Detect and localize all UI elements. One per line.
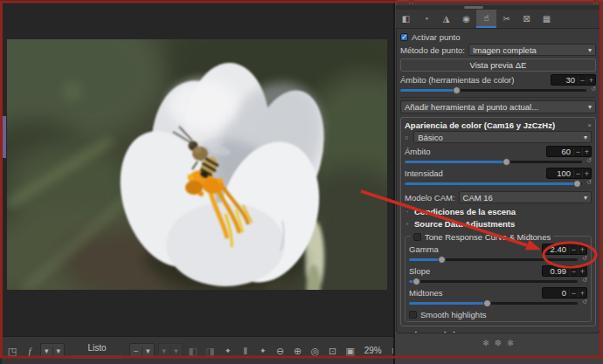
slope-slider[interactable]: ↺	[409, 278, 587, 285]
intensidad-spinbox[interactable]: 100 − +	[546, 168, 592, 179]
compare-left-button[interactable]: ◧	[186, 343, 200, 359]
spin-minus-button[interactable]: −	[578, 76, 586, 85]
modelo-dropdown[interactable]: CAM 16 ▾	[459, 191, 592, 203]
ambito-spinbox[interactable]: 60 − +	[546, 146, 592, 157]
zoom-level-label: 29%	[361, 346, 385, 355]
tone-curve-checkbox[interactable]	[413, 233, 421, 241]
tab-local-adjustments[interactable]: ☝	[476, 10, 496, 28]
reset-icon[interactable]: ↺	[586, 179, 592, 186]
spin-plus-button[interactable]: +	[586, 76, 595, 85]
ambito-color-value: 30	[551, 75, 578, 85]
profile-icon[interactable]: ▾	[41, 347, 52, 355]
softproof-arrow-icon[interactable]: ▾	[142, 347, 154, 355]
tab-transform[interactable]: ✂	[496, 10, 516, 28]
tab-color[interactable]: ◮	[436, 10, 456, 28]
smooth-highlights-checkbox[interactable]	[409, 311, 417, 319]
zoom-out-button[interactable]: ⊖	[274, 343, 288, 359]
editor-bottom-toolbar: ◳ f ▾ ▾ Listo – ▾ ▾ ▾ ◧ ◨ ✦ ‖ ✦ ⊖ ⊕ ◎ ⊡ …	[2, 336, 395, 364]
spin-plus-button[interactable]: +	[578, 245, 586, 254]
softproof-value[interactable]: –	[130, 347, 142, 355]
spin-minus-button[interactable]: −	[573, 169, 582, 178]
ambito-row: Ámbito 60 − +	[405, 146, 592, 157]
slope-row: Slope 0.99 − +	[409, 265, 587, 277]
app-window: ◳ f ▾ ▾ Listo – ▾ ▾ ▾ ◧ ◨ ✦ ‖ ✦ ⊖ ⊕ ◎ ⊡ …	[0, 0, 603, 364]
dropdown-arrow-icon: ▾	[584, 194, 587, 202]
vista-previa-button[interactable]: Vista previa ΔE	[400, 58, 596, 72]
ambito-color-spinbox[interactable]: 30 − +	[551, 74, 596, 86]
midtones-slider[interactable]: ↺	[409, 299, 587, 307]
mode-value: Básico	[418, 133, 443, 142]
image-canvas[interactable]	[2, 3, 393, 336]
slope-spinbox[interactable]: 0.99 − +	[542, 265, 587, 277]
snapshot-icon[interactable]: ▾	[159, 347, 170, 355]
tool-power-icon[interactable]: ○	[405, 134, 408, 141]
left-edge-marker	[2, 116, 6, 158]
next-image-button[interactable]: ✦	[256, 343, 270, 359]
slope-label: Slope	[409, 266, 430, 276]
ajustes-cam16-expander[interactable]: · Ajustes de imagen Cam16	[400, 329, 596, 333]
metodo-dropdown[interactable]: Imagen completa ▾	[468, 44, 596, 56]
midtones-spinbox[interactable]: 0 − +	[542, 287, 587, 299]
spin-minus-button[interactable]: −	[569, 267, 578, 276]
spin-minus-button[interactable]: −	[569, 289, 578, 298]
midtones-value: 0	[543, 288, 569, 298]
status-text: Listo	[88, 343, 107, 354]
profile-arrow-icon[interactable]: ▾	[52, 347, 65, 355]
spin-minus-button[interactable]: −	[569, 245, 578, 254]
ambito-slider[interactable]: ↺	[405, 158, 592, 166]
snapshot-arrow-icon[interactable]: ▾	[170, 347, 182, 355]
ambito-color-slider[interactable]: ↺	[400, 86, 596, 94]
slope-value: 0.99	[543, 266, 569, 276]
zoom-fit-button[interactable]: ⊡	[326, 343, 340, 359]
spin-minus-button[interactable]: −	[573, 148, 582, 156]
status-area: Listo	[72, 343, 122, 359]
anadir-herramienta-label: Añadir herramienta al punto actual...	[405, 102, 538, 112]
escena-expander[interactable]: · Condiciones de la escena	[405, 206, 592, 216]
tool-reset-icon[interactable]: ×	[587, 121, 592, 129]
zoom-in-button[interactable]: ⊕	[291, 343, 305, 359]
zoom-100-button[interactable]: ◎	[308, 343, 322, 359]
tab-metadata[interactable]: ▦	[537, 10, 557, 28]
pause-button[interactable]: ‖	[239, 343, 253, 359]
tone-curve-frame: Tone Response Curve & Midtones Gamma 2.4…	[405, 236, 592, 322]
gamma-row: Gamma 2.40 − +	[409, 244, 587, 255]
spin-plus-button[interactable]: +	[582, 148, 591, 156]
activar-punto-checkbox[interactable]: ✓	[400, 33, 408, 41]
modelo-label: Modelo CAM:	[405, 193, 455, 203]
spin-plus-button[interactable]: +	[578, 289, 586, 298]
modelo-value: CAM 16	[463, 193, 493, 203]
spin-plus-button[interactable]: +	[578, 267, 586, 276]
gamma-spinbox[interactable]: 2.40 − +	[542, 244, 587, 255]
spin-plus-button[interactable]: +	[582, 169, 591, 178]
mode-dropdown[interactable]: Básico ▾	[413, 131, 592, 143]
reset-icon[interactable]: ↺	[582, 277, 587, 284]
snapshot-split-button[interactable]: ▾ ▾	[158, 343, 183, 358]
separator	[400, 97, 596, 98]
prev-image-button[interactable]: ✦	[221, 343, 235, 359]
activar-punto-row: ✓ Activar punto	[400, 31, 596, 42]
tool-panel: ◧ ◔ ◮ ◉ ☝ ✂ ⊠ ▦ ✓ Activar punto Método d…	[395, 0, 603, 364]
dropdown-arrow-icon: ▾	[588, 46, 592, 54]
info-button[interactable]: f	[23, 343, 37, 359]
reset-icon[interactable]: ↺	[586, 157, 592, 164]
profile-split-button[interactable]: ▾ ▾	[40, 343, 65, 358]
ambito-color-label: Ámbito (herramientas de color)	[400, 75, 514, 85]
softproof-dropdown[interactable]: – ▾	[129, 343, 155, 358]
cam16-tool-header[interactable]: Apariencia de color (Cam16 y JzCzHz) ×	[405, 120, 592, 130]
tab-advanced[interactable]: ◉	[456, 10, 476, 28]
tab-raw[interactable]: ⊠	[516, 10, 537, 28]
tab-exposure[interactable]: ◧	[396, 10, 416, 28]
gamma-slider[interactable]: ↺	[409, 256, 587, 264]
tab-detail[interactable]: ◔	[416, 10, 436, 28]
reset-icon[interactable]: ↺	[591, 86, 596, 93]
compare-right-button[interactable]: ◨	[204, 343, 218, 359]
reset-icon[interactable]: ↺	[582, 299, 587, 306]
intensidad-slider[interactable]: ↺	[405, 180, 592, 188]
reset-icon[interactable]: ↺	[582, 255, 587, 262]
anadir-herramienta-dropdown[interactable]: Añadir herramienta al punto actual... ▾	[400, 100, 596, 113]
source-data-expander[interactable]: ◦ Source Data Adjustments	[405, 218, 592, 229]
source-data-label: Source Data Adjustments	[414, 219, 515, 229]
zoom-fit-crop-button[interactable]: ▣	[343, 343, 357, 359]
photo-crocus-bee	[7, 39, 387, 290]
layout-toggle-button[interactable]: ◳	[5, 343, 19, 359]
